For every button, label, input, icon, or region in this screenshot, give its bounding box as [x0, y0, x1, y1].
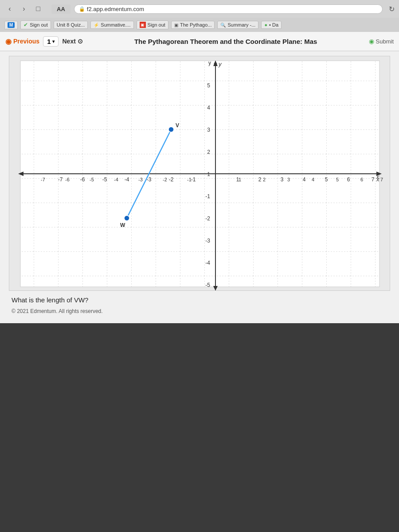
question-text: What is the length of VW?: [12, 296, 390, 304]
tab-signout[interactable]: ✔ Sign out: [20, 20, 51, 29]
lock-icon: 🔒: [79, 6, 85, 12]
submit-label: Submit: [376, 38, 394, 45]
svg-point-61: [124, 215, 129, 221]
aa-label: AA: [57, 6, 65, 12]
svg-text:W: W: [120, 222, 125, 228]
browser-back-button[interactable]: ‹: [4, 4, 15, 14]
svg-text:-5: -5: [205, 282, 210, 288]
svg-text:5: 5: [325, 176, 328, 183]
svg-text:4: 4: [312, 177, 314, 182]
prev-icon: ◉: [5, 37, 12, 46]
svg-text:6: 6: [360, 177, 363, 182]
tab-summative[interactable]: ⚡ Summative....: [90, 21, 133, 29]
svg-text:2: 2: [207, 149, 210, 155]
svg-text:3: 3: [281, 176, 284, 183]
signout2-label: Sign out: [148, 22, 165, 27]
summative-label: Summative....: [101, 22, 130, 27]
svg-text:-5: -5: [90, 177, 94, 182]
url-text: f2.app.edmentum.com: [87, 6, 144, 12]
check-icon: ✔: [23, 22, 28, 28]
svg-text:-2: -2: [205, 215, 210, 222]
page-title-text: The Pythagorean Theorem and the Coordina…: [134, 38, 317, 45]
svg-text:1: 1: [207, 171, 210, 177]
svg-text:-6: -6: [80, 176, 85, 183]
da-dot: ●: [264, 22, 267, 27]
tab-unit-quiz[interactable]: Unit 8 Quiz...: [54, 21, 88, 29]
browser-forward-button[interactable]: ›: [19, 4, 29, 14]
signout2-icon: ▣: [140, 22, 146, 28]
coordinate-plane: x y -7 -6 -5 -4 -3 -2 -1 1 2 3: [9, 56, 390, 291]
next-icon: ⊙: [78, 38, 83, 45]
graph-container: x y -7 -6 -5 -4 -3 -2 -1 1 2 3: [9, 56, 390, 291]
svg-text:-4: -4: [114, 177, 118, 182]
tab-da[interactable]: ● • Da: [261, 21, 282, 29]
svg-text:-1: -1: [191, 176, 196, 183]
svg-text:2: 2: [258, 176, 262, 183]
previous-label: Previous: [13, 38, 39, 45]
svg-point-59: [168, 127, 174, 132]
tab-bar: M ✔ Sign out Unit 8 Quiz... ⚡ Summative.…: [0, 18, 399, 32]
da-label: • Da: [269, 22, 278, 27]
address-bar[interactable]: 🔒 f2.app.edmentum.com: [74, 4, 383, 14]
pythago-label: The Pythago...: [180, 22, 212, 27]
summative-icon: ⚡: [94, 23, 99, 27]
svg-text:-4: -4: [125, 176, 129, 183]
svg-text:-2: -2: [169, 176, 174, 183]
svg-text:1: 1: [236, 176, 239, 183]
svg-text:-1: -1: [205, 193, 210, 200]
m-badge: M: [8, 22, 15, 28]
svg-text:-3: -3: [205, 238, 210, 244]
summary-icon: 🔍: [220, 23, 226, 27]
reload-button[interactable]: ↻: [389, 5, 395, 13]
svg-text:4: 4: [303, 176, 306, 183]
tab-grid-button[interactable]: □: [33, 4, 43, 14]
svg-text:4: 4: [207, 105, 210, 111]
svg-text:3: 3: [287, 177, 290, 182]
tab-summary[interactable]: 🔍 Summary -...: [217, 21, 258, 29]
submit-button[interactable]: ◉ Submit: [369, 38, 394, 45]
previous-button[interactable]: ◉ Previous: [5, 37, 39, 46]
svg-text:-3: -3: [138, 177, 143, 182]
svg-text:5: 5: [207, 82, 210, 89]
summary-label: Summary -...: [227, 22, 255, 27]
chevron-down-icon: ▾: [52, 39, 55, 44]
svg-text:5: 5: [336, 177, 339, 182]
pythago-icon: ▣: [174, 23, 178, 27]
browser-top-bar: ‹ › □ AA 🔒 f2.app.edmentum.com ↻: [0, 0, 399, 18]
tab-signout2[interactable]: ▣ Sign out: [137, 20, 168, 29]
copyright-text: © 2021 Edmentum. All rights reserved.: [12, 308, 390, 314]
svg-text:2: 2: [263, 177, 266, 182]
question-selector[interactable]: 1 ▾: [43, 36, 59, 47]
svg-text:-6: -6: [65, 177, 70, 182]
svg-text:y: y: [208, 60, 211, 66]
page-title: The Pythagorean Theorem and the Coordina…: [86, 38, 365, 45]
svg-text:-7: -7: [41, 177, 45, 182]
svg-text:7: 7: [372, 176, 375, 183]
nav-bar: ◉ Previous 1 ▾ Next ⊙ The Pythagorean Th…: [0, 32, 399, 51]
signout-label: Sign out: [30, 22, 47, 27]
svg-text:-5: -5: [102, 176, 107, 183]
next-label: Next: [62, 38, 75, 45]
browser-chrome: ‹ › □ AA 🔒 f2.app.edmentum.com ↻ M ✔ Sig…: [0, 0, 399, 323]
question-number: 1: [47, 38, 51, 45]
desktop-background: [0, 323, 399, 532]
svg-text:x: x: [376, 174, 379, 180]
svg-text:-4: -4: [205, 260, 210, 266]
main-content: x y -7 -6 -5 -4 -3 -2 -1 1 2 3: [0, 51, 399, 323]
svg-text:7: 7: [380, 177, 383, 182]
tab-m[interactable]: M: [4, 21, 18, 29]
svg-marker-31: [213, 286, 218, 290]
svg-text:-2: -2: [163, 177, 167, 182]
next-button[interactable]: Next ⊙: [62, 38, 82, 45]
svg-text:V: V: [176, 122, 179, 129]
unit-quiz-label: Unit 8 Quiz...: [57, 22, 85, 27]
submit-icon: ◉: [369, 38, 374, 45]
tab-pythago[interactable]: ▣ The Pythago...: [171, 21, 215, 29]
svg-text:3: 3: [207, 127, 210, 133]
svg-text:6: 6: [347, 176, 350, 183]
svg-text:-7: -7: [58, 176, 63, 183]
